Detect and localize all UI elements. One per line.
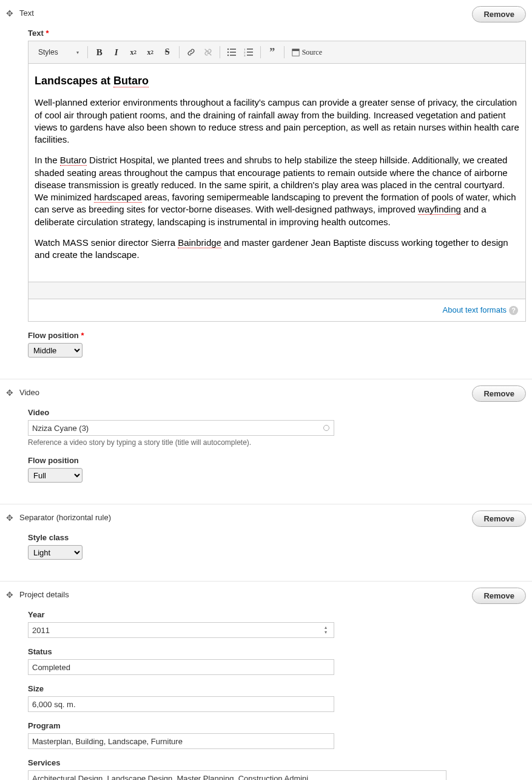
drag-handle-icon[interactable]: ✥: [6, 9, 13, 18]
status-input[interactable]: [28, 659, 334, 675]
svg-rect-3: [230, 52, 236, 53]
style-class-label: Style class: [28, 533, 526, 542]
svg-point-0: [227, 49, 228, 50]
section-separator: ✥ Separator (horizontal rule) Remove Sty…: [0, 504, 532, 581]
section-video: ✥ Video Remove Video Reference a video s…: [0, 379, 532, 504]
svg-rect-5: [230, 55, 236, 56]
italic-button[interactable]: I: [109, 45, 124, 59]
svg-point-4: [227, 55, 228, 56]
svg-rect-11: [247, 55, 253, 56]
subscript-button[interactable]: x2: [143, 45, 158, 59]
help-icon[interactable]: ?: [509, 306, 518, 315]
section-project-details: ✥ Project details Remove Year ▴▾ Status …: [0, 581, 532, 780]
about-text-formats-link[interactable]: About text formats: [443, 305, 507, 314]
services-label: Services: [28, 758, 526, 767]
source-button[interactable]: Source: [288, 45, 326, 59]
size-label: Size: [28, 684, 526, 693]
rich-text-editor: Styles▾ B I x2 x2 S 123 ” Source Landsca…: [28, 41, 526, 299]
year-label: Year: [28, 610, 526, 619]
section-title: Project details: [19, 590, 69, 599]
rte-toolbar: Styles▾ B I x2 x2 S 123 ” Source: [29, 41, 525, 64]
bullet-list-button[interactable]: [224, 45, 240, 59]
number-list-button[interactable]: 123: [241, 45, 257, 59]
year-input[interactable]: [28, 622, 334, 638]
video-hint: Reference a video story by typing a stor…: [28, 438, 526, 447]
section-text: ✥ Text Remove Text * Styles▾ B I x2 x2 S…: [0, 0, 532, 379]
video-field-label: Video: [28, 408, 526, 417]
program-label: Program: [28, 721, 526, 730]
section-title: Text: [19, 8, 34, 18]
rte-content-area[interactable]: Landscapes at Butaro Well-planned exteri…: [29, 64, 525, 282]
rte-path-bar: [29, 282, 525, 299]
drag-handle-icon[interactable]: ✥: [6, 514, 13, 522]
svg-point-2: [227, 52, 228, 53]
video-autocomplete-input[interactable]: [28, 420, 334, 436]
flow-position-select[interactable]: Middle: [28, 343, 82, 358]
link-button[interactable]: [183, 45, 199, 59]
autocomplete-throbber-icon: [323, 425, 329, 431]
section-title: Video: [19, 388, 39, 397]
strikethrough-button[interactable]: S: [160, 45, 175, 59]
blockquote-button[interactable]: ”: [264, 45, 280, 59]
remove-button[interactable]: Remove: [472, 510, 526, 527]
size-input[interactable]: [28, 696, 334, 712]
services-input[interactable]: [28, 770, 446, 780]
remove-button[interactable]: Remove: [472, 385, 526, 402]
svg-rect-1: [230, 49, 236, 50]
bold-button[interactable]: B: [92, 45, 107, 59]
flow-position-label: Flow position: [28, 456, 526, 465]
flow-position-select[interactable]: Full: [28, 468, 82, 483]
remove-button[interactable]: Remove: [472, 588, 526, 604]
svg-rect-7: [247, 49, 253, 50]
svg-text:3: 3: [244, 54, 246, 57]
superscript-button[interactable]: x2: [126, 45, 141, 59]
status-label: Status: [28, 647, 526, 656]
styles-dropdown[interactable]: Styles▾: [33, 46, 84, 58]
unlink-button[interactable]: [200, 45, 216, 59]
drag-handle-icon[interactable]: ✥: [6, 591, 13, 599]
style-class-select[interactable]: Light: [28, 545, 82, 560]
about-formats-row: About text formats?: [28, 299, 526, 322]
drag-handle-icon[interactable]: ✥: [6, 388, 13, 397]
text-field-label: Text *: [28, 29, 526, 38]
program-input[interactable]: [28, 733, 334, 749]
svg-rect-9: [247, 52, 253, 53]
flow-position-label: Flow position *: [28, 331, 526, 340]
section-title: Separator (horizontal rule): [19, 513, 111, 522]
remove-button[interactable]: Remove: [472, 6, 526, 22]
svg-rect-13: [292, 49, 299, 50]
